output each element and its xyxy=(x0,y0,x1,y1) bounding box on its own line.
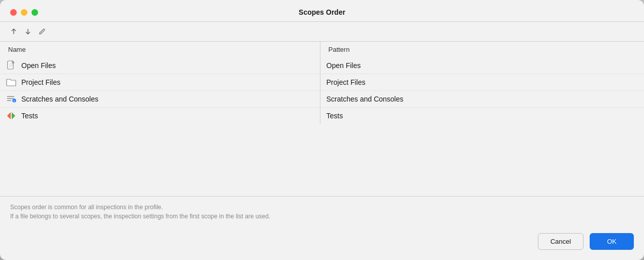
open-files-icon xyxy=(6,60,16,71)
scopes-table: Name Pattern xyxy=(0,42,644,197)
table-row[interactable]: Tests Tests xyxy=(0,108,644,124)
row-name-cell: Tests xyxy=(0,108,320,124)
dialog: Scopes Order Name Patt xyxy=(0,0,644,260)
tests-icon xyxy=(6,111,16,121)
row-pattern-cell: Scratches and Consoles xyxy=(320,91,644,108)
ok-button[interactable]: OK xyxy=(590,233,634,250)
row-name-cell: Project Files xyxy=(0,74,320,91)
table-row[interactable]: Project Files Project Files xyxy=(0,74,644,91)
row-pattern-cell: Project Files xyxy=(320,74,644,91)
row-name-text: Project Files xyxy=(21,78,60,86)
table-row[interactable]: Open Files Open Files xyxy=(0,57,644,74)
window-controls xyxy=(10,9,38,16)
table-row[interactable]: ! Scratches and Consoles Scratches and C… xyxy=(0,91,644,108)
footer-buttons: Cancel OK xyxy=(0,227,644,260)
cancel-button[interactable]: Cancel xyxy=(538,233,584,250)
row-pattern-cell: Open Files xyxy=(320,57,644,74)
move-up-button[interactable] xyxy=(8,26,19,37)
row-name-cell: Open Files xyxy=(0,57,320,74)
row-name-text: Open Files xyxy=(21,61,56,70)
project-files-icon xyxy=(6,77,16,87)
svg-marker-12 xyxy=(12,112,15,119)
maximize-button[interactable] xyxy=(31,9,38,16)
svg-marker-11 xyxy=(7,112,11,119)
column-header-pattern: Pattern xyxy=(320,42,644,57)
row-name-cell: ! Scratches and Consoles xyxy=(0,91,320,108)
move-down-button[interactable] xyxy=(22,26,34,37)
edit-button[interactable] xyxy=(37,26,48,37)
svg-text:!: ! xyxy=(14,100,15,103)
minimize-button[interactable] xyxy=(21,9,27,16)
close-button[interactable] xyxy=(10,9,17,16)
table-header-row: Name Pattern xyxy=(0,42,644,57)
row-name-text: Scratches and Consoles xyxy=(21,95,99,103)
toolbar xyxy=(0,21,644,42)
dialog-title: Scopes Order xyxy=(299,8,345,16)
title-bar: Scopes Order xyxy=(0,0,644,21)
footer-note-line1: Scopes order is common for all inspectio… xyxy=(10,203,634,212)
footer-note-line2: If a file belongs to several scopes, the… xyxy=(10,212,634,221)
row-name-text: Tests xyxy=(21,112,38,120)
footer-note: Scopes order is common for all inspectio… xyxy=(0,197,644,227)
column-header-name: Name xyxy=(0,42,320,57)
scratches-icon: ! xyxy=(6,94,16,104)
row-pattern-cell: Tests xyxy=(320,108,644,124)
